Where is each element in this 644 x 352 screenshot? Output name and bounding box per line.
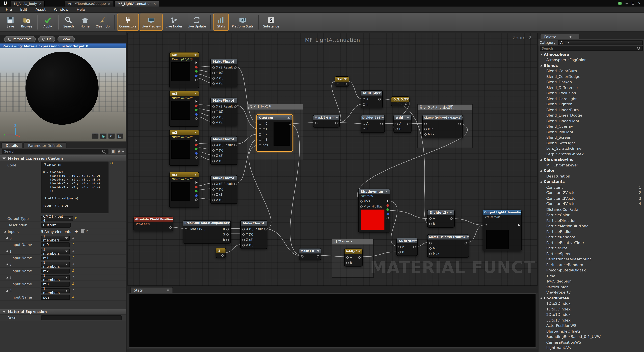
stats-button[interactable]: Stats	[213, 13, 229, 31]
members-dropdown[interactable]: 1 members	[41, 275, 70, 280]
pin-x-in[interactable]	[212, 183, 215, 185]
description-field[interactable]: Custom	[41, 222, 70, 227]
pin-g-out[interactable]	[195, 190, 198, 192]
details-search-input[interactable]: Search	[2, 149, 108, 154]
pin-out[interactable]	[450, 217, 453, 220]
minimize-button[interactable]: ─	[626, 1, 628, 5]
expander-icon[interactable]	[6, 276, 8, 279]
pin-g-out[interactable]	[195, 148, 198, 150]
palette-item[interactable]: Constant2Vector 2	[538, 190, 644, 195]
pin-b-out[interactable]	[195, 194, 198, 197]
pin-m3-in[interactable]	[259, 139, 261, 141]
pin-out[interactable]	[405, 103, 408, 105]
pin-g-out[interactable]	[386, 208, 389, 211]
pin-x-in[interactable]	[212, 66, 215, 69]
palette-item[interactable]: ParticleRandom	[538, 234, 644, 240]
node-half-constant[interactable]: 0.5,0.5	[391, 96, 410, 106]
node-makefloat4-3[interactable]: MakeFloat4 X (S)Result Y (S) Z (S) A (S)	[210, 136, 238, 165]
pin-a-in[interactable]	[398, 245, 401, 248]
pin-in[interactable]	[424, 122, 427, 125]
palette-item[interactable]: PrecomputedAOMask	[538, 268, 644, 273]
reset-code-icon[interactable]: ↺	[110, 162, 113, 165]
node-divide256[interactable]: Divide(,256) A B	[360, 115, 385, 133]
pin-out[interactable]	[317, 255, 319, 257]
expander-icon[interactable]	[4, 230, 6, 232]
pin-x-in[interactable]	[212, 144, 215, 146]
pin-r-out[interactable]	[195, 143, 198, 146]
input-name-field[interactable]: m3	[41, 282, 70, 286]
pin-y-in[interactable]	[212, 111, 215, 113]
palette-item[interactable]: Blend_Exclusion	[538, 90, 644, 96]
viewport-maximize-icon[interactable]: ⛶	[92, 133, 98, 139]
pin-min-in[interactable]	[429, 247, 432, 250]
preview-viewport[interactable]: Y Z ⛶ ◉ ⟳ ▤	[0, 48, 126, 142]
viewport-camera-icon[interactable]: ◉	[100, 133, 107, 139]
menu-window[interactable]: Window	[50, 7, 72, 11]
palette-item[interactable]: ParticleSize	[538, 245, 644, 251]
save-button[interactable]: Save	[2, 13, 18, 31]
palette-item[interactable]: 2Dto1DIndex	[538, 312, 644, 317]
node-custom[interactable]: Custom m0 m1 m2 m3 pos	[257, 115, 292, 151]
input-name-field[interactable]: pos	[41, 295, 70, 300]
pin-r-out[interactable]	[195, 66, 198, 68]
clean-up-button[interactable]: Clean Up	[94, 13, 112, 31]
pin-b-out[interactable]	[195, 74, 198, 77]
pin-b-in[interactable]	[362, 128, 365, 130]
reset-icon[interactable]: ↺	[72, 289, 74, 292]
view-options-icon[interactable]: ◉	[118, 149, 124, 154]
pin-a-out[interactable]	[386, 217, 389, 219]
maximize-button[interactable]: ☐	[631, 1, 634, 5]
reset-icon[interactable]: ↺	[72, 262, 74, 266]
node-m1[interactable]: m1 Param (0,0,0,0)	[169, 91, 199, 127]
palette-item[interactable]: ViewProperty	[538, 290, 644, 295]
node-breakoutfloat3components[interactable]: BreakOutFloat3Components Float3 (V3)R G …	[183, 220, 231, 244]
browse-button[interactable]: Browse	[19, 13, 34, 31]
pin-b-in[interactable]	[398, 251, 401, 253]
palette-item[interactable]: 1Dto2DIndex	[538, 301, 644, 306]
pin-result-out[interactable]	[264, 228, 267, 230]
pin-min-in[interactable]	[424, 128, 427, 130]
node-makefloat4-5[interactable]: MakeFloat4 X (S)Result Y (S) Z (S) A (S)	[240, 220, 268, 249]
node-clamp-2[interactable]: Clamp (Min=0) (Max=1) Min Max	[427, 234, 469, 258]
pin-out[interactable]	[358, 256, 361, 259]
palette-item[interactable]: Blend_Overlay	[538, 124, 644, 129]
tab-details[interactable]: Details	[1, 142, 22, 148]
section-material-expression[interactable]: Material Expression	[0, 309, 126, 315]
pin-a-in[interactable]	[362, 98, 365, 100]
input-name-field[interactable]: m0	[41, 242, 70, 247]
node-one-constant[interactable]: 1	[216, 248, 226, 258]
palette-item[interactable]: Lerp_ScratchGrime2	[538, 151, 644, 157]
pin-y-in[interactable]	[242, 233, 245, 236]
pin-y-in[interactable]	[212, 71, 215, 74]
node-clamp-1[interactable]: Clamp (Min=0) (Max=1) Min Max	[422, 115, 463, 138]
palette-item[interactable]: Constant3Vector 3	[538, 195, 644, 201]
menu-file[interactable]: File	[2, 7, 16, 11]
delete-elements-icon[interactable]	[81, 230, 84, 233]
pin-float3-in[interactable]	[185, 228, 187, 230]
palette-item[interactable]: BlurSampleOffsets	[538, 329, 644, 334]
palette-item[interactable]: Blend_ColorDodge	[538, 74, 644, 79]
apply-button[interactable]: Apply	[40, 13, 56, 31]
node-m2[interactable]: m2 Param (0,0,0,0)	[169, 130, 199, 166]
pin-result-out[interactable]	[234, 183, 237, 185]
live-update-button[interactable]: Live Update	[186, 13, 208, 31]
palette-item[interactable]: 1Dto3DIndex	[538, 306, 644, 312]
pin-a-in[interactable]	[212, 82, 215, 85]
pin-x-in[interactable]	[242, 228, 245, 230]
pin-y-in[interactable]	[212, 188, 215, 190]
pin-b-in[interactable]	[362, 103, 365, 106]
asset-tab-m-alicia-body[interactable]: M_Alicia_body ✕	[11, 1, 45, 6]
pin-in[interactable]	[429, 242, 432, 244]
node-makefloat4-2[interactable]: MakeFloat4 X (S)Result Y (S) Z (S) A (S)	[210, 98, 238, 126]
add-element-icon[interactable]: ✚	[74, 229, 78, 234]
pin-m2-in[interactable]	[259, 133, 261, 136]
palette-item[interactable]: Blend_LinearBurn	[538, 107, 644, 113]
palette-item[interactable]: BoundingBoxBased_0-1_UVW	[538, 334, 644, 340]
home-button[interactable]: Home	[77, 13, 93, 31]
palette-item[interactable]: Atmosphere	[538, 52, 644, 57]
pin-max-in[interactable]	[424, 133, 427, 136]
pin-out[interactable]	[464, 242, 467, 244]
pin-g-out[interactable]	[195, 70, 198, 73]
reset-inputs-icon[interactable]: ↺	[86, 230, 89, 233]
palette-item[interactable]: Coordinates	[538, 295, 644, 301]
